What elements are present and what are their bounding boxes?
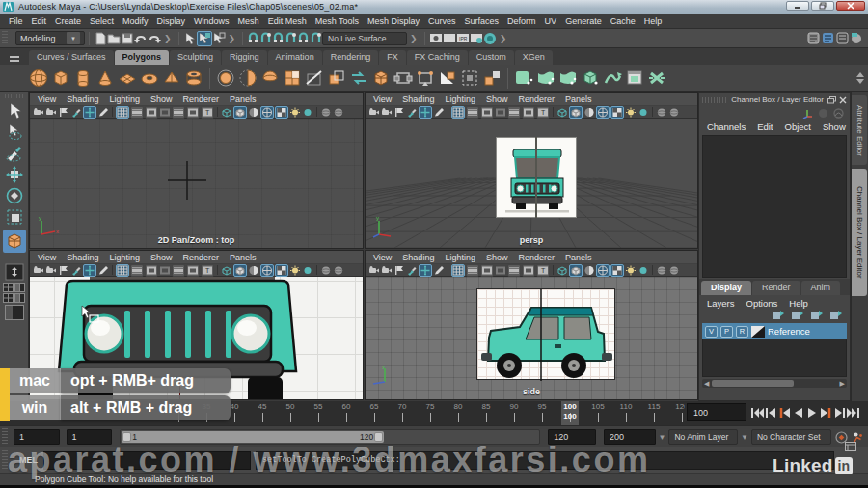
- snap-to-curve-icon[interactable]: [259, 32, 272, 44]
- viewport-menu-view[interactable]: View: [38, 253, 56, 262]
- wireframe-icon[interactable]: [221, 107, 232, 118]
- viewport-menu-shading[interactable]: Shading: [67, 253, 98, 262]
- save-scene-icon[interactable]: [121, 32, 134, 45]
- move-layer-down-icon[interactable]: [829, 310, 842, 320]
- select-by-component-icon[interactable]: [212, 32, 226, 45]
- minimize-button[interactable]: [786, 1, 809, 11]
- menu-uv[interactable]: UV: [545, 16, 557, 26]
- textured-mode-icon[interactable]: [583, 265, 595, 276]
- xray-icon[interactable]: [668, 107, 680, 118]
- grid-toggle-icon[interactable]: [116, 264, 129, 277]
- isolate-select-icon[interactable]: [320, 107, 332, 118]
- close-icon[interactable]: [839, 96, 847, 104]
- camera-settings-icon[interactable]: [381, 107, 393, 118]
- menu-select[interactable]: Select: [90, 16, 114, 26]
- scrollbar-handle[interactable]: [712, 380, 794, 387]
- delete-history-icon[interactable]: [647, 68, 666, 88]
- shaded-mode-icon[interactable]: [233, 106, 247, 119]
- tab-attribute-editor[interactable]: Attribute Editor: [852, 95, 867, 165]
- range-start-handle[interactable]: [122, 432, 131, 442]
- duplicate-icon[interactable]: [327, 68, 346, 88]
- safe-title-icon[interactable]: T: [536, 106, 550, 119]
- viewport-persp-canvas[interactable]: persp y: [366, 119, 697, 248]
- menu-mesh[interactable]: Mesh: [238, 16, 259, 26]
- bridge-icon[interactable]: [460, 68, 479, 88]
- layer-menu-help[interactable]: Help: [789, 298, 808, 309]
- lasso-select-tool-icon[interactable]: [6, 123, 23, 141]
- resolution-gate-icon[interactable]: [145, 106, 158, 119]
- layout-persp-outliner-button[interactable]: [3, 293, 14, 303]
- range-slider[interactable]: 1 120: [120, 429, 540, 445]
- scroll-right-icon[interactable]: ▶: [840, 379, 845, 388]
- open-scene-icon[interactable]: [107, 32, 121, 45]
- render-view-icon[interactable]: [429, 32, 443, 44]
- viewport-persp[interactable]: ViewShadingLightingShowRendererPanels T: [365, 92, 698, 249]
- shelf-tab-polygons[interactable]: Polygons: [115, 50, 170, 65]
- anim-layer-dropdown[interactable]: No Anim Layer: [668, 429, 737, 445]
- new-scene-icon[interactable]: [94, 32, 107, 45]
- grid-toggle-icon[interactable]: [116, 106, 129, 119]
- menu-display[interactable]: Display: [157, 16, 186, 26]
- extrude-icon[interactable]: [482, 68, 502, 88]
- image-plane-icon[interactable]: [406, 107, 418, 118]
- polygon-pipe-icon[interactable]: [184, 68, 203, 88]
- camera-icon[interactable]: [33, 265, 44, 276]
- isolate-select-icon[interactable]: [656, 107, 667, 118]
- new-layer-from-selected-icon[interactable]: [791, 310, 803, 320]
- camera-settings-icon[interactable]: [381, 265, 393, 276]
- redo-icon[interactable]: [148, 32, 161, 45]
- shelf-tab-custom[interactable]: Custom: [469, 50, 514, 65]
- pan-zoom-icon[interactable]: [83, 264, 96, 277]
- menu-deform[interactable]: Deform: [507, 16, 536, 26]
- camera-settings-icon[interactable]: [45, 265, 57, 276]
- combine-icon[interactable]: [260, 68, 280, 88]
- viewport-menu-shading[interactable]: Shading: [402, 95, 434, 104]
- ambient-occlusion-icon[interactable]: [289, 107, 301, 118]
- textured-mode-icon[interactable]: [583, 107, 595, 118]
- viewport-menu-renderer[interactable]: Renderer: [518, 253, 555, 262]
- viewport-menu-lighting[interactable]: Lighting: [109, 253, 140, 262]
- film-gate-icon[interactable]: [466, 106, 479, 119]
- select-tool-icon[interactable]: [6, 102, 23, 120]
- menu-cache[interactable]: Cache: [610, 16, 636, 26]
- gate-mask-icon[interactable]: [159, 107, 171, 118]
- undo-icon[interactable]: [134, 32, 148, 45]
- channel-box-menu-edit[interactable]: Edit: [757, 122, 773, 132]
- command-input[interactable]: [43, 451, 251, 470]
- safe-action-icon[interactable]: [186, 264, 200, 277]
- field-chart-icon[interactable]: [507, 106, 521, 119]
- smooth-icon[interactable]: [216, 68, 235, 88]
- collapse-arrow-icon[interactable]: ❯: [164, 34, 172, 43]
- menu-curves[interactable]: Curves: [428, 16, 456, 26]
- shaded-mode-icon[interactable]: [233, 264, 247, 277]
- layout-outliner-persp-button[interactable]: [5, 305, 24, 320]
- shelf-tab-rendering[interactable]: Rendering: [323, 50, 379, 65]
- shelf-tab-curves-surfaces[interactable]: Curves / Surfaces: [29, 50, 114, 65]
- collapse-arrow-icon[interactable]: ❯: [500, 34, 507, 43]
- subdivide-icon[interactable]: [283, 68, 302, 88]
- pencil-icon[interactable]: [97, 107, 109, 118]
- gate-mask-icon[interactable]: [495, 265, 506, 276]
- channel-box-menu-channels[interactable]: Channels: [707, 122, 746, 132]
- live-surface-field[interactable]: No Live Surface: [322, 32, 407, 45]
- menu-modify[interactable]: Modify: [122, 16, 149, 26]
- command-language-label[interactable]: MEL: [19, 455, 38, 465]
- step-back-frame-button[interactable]: [765, 407, 778, 419]
- bevel-icon[interactable]: [438, 68, 457, 88]
- image-plane-icon[interactable]: [70, 265, 82, 276]
- viewport-side[interactable]: ViewShadingLightingShowRendererPanels T …: [365, 250, 698, 400]
- shelf-tab-fx[interactable]: FX: [379, 50, 406, 65]
- resolution-gate-icon[interactable]: [480, 106, 494, 119]
- viewport-menu-lighting[interactable]: Lighting: [445, 95, 475, 104]
- safe-action-icon[interactable]: [186, 106, 200, 119]
- polygon-cone-icon[interactable]: [95, 68, 115, 88]
- isolate-select-icon[interactable]: [656, 265, 667, 276]
- film-gate-icon[interactable]: [130, 106, 144, 119]
- menu-windows[interactable]: Windows: [194, 16, 230, 26]
- menu-help[interactable]: Help: [644, 16, 663, 26]
- anti-alias-icon[interactable]: [302, 107, 313, 118]
- playback-start-field[interactable]: 1: [67, 429, 113, 445]
- anti-alias-icon[interactable]: [637, 265, 649, 276]
- ipr-render-icon[interactable]: IPR: [456, 32, 470, 44]
- viewport-menu-lighting[interactable]: Lighting: [109, 95, 140, 104]
